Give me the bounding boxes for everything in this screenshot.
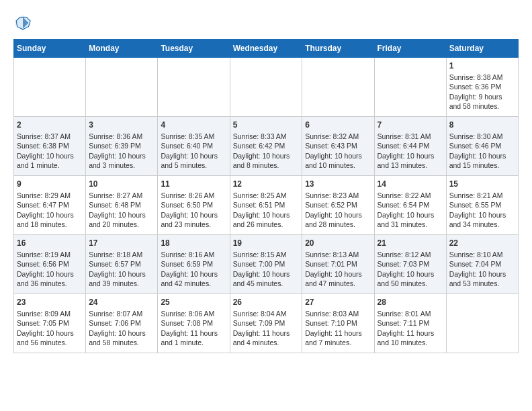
- day-number: 19: [233, 238, 300, 248]
- day-info: Sunrise: 8:18 AM Sunset: 6:57 PM Dayligh…: [89, 250, 154, 288]
- calendar-cell: 20Sunrise: 8:13 AM Sunset: 7:01 PM Dayli…: [302, 235, 374, 294]
- day-number: 14: [378, 179, 443, 189]
- day-number: 7: [378, 120, 443, 130]
- calendar-cell: 9Sunrise: 8:29 AM Sunset: 6:47 PM Daylig…: [14, 176, 86, 235]
- day-info: Sunrise: 8:03 AM Sunset: 7:10 PM Dayligh…: [305, 309, 371, 347]
- day-info: Sunrise: 8:26 AM Sunset: 6:50 PM Dayligh…: [161, 191, 226, 229]
- calendar-cell: 18Sunrise: 8:16 AM Sunset: 6:59 PM Dayli…: [158, 235, 230, 294]
- calendar-cell: 16Sunrise: 8:19 AM Sunset: 6:56 PM Dayli…: [14, 235, 86, 294]
- calendar-cell: [302, 58, 374, 117]
- day-info: Sunrise: 8:15 AM Sunset: 7:00 PM Dayligh…: [233, 250, 300, 288]
- calendar-cell: 24Sunrise: 8:07 AM Sunset: 7:06 PM Dayli…: [86, 294, 158, 353]
- calendar-cell: 1Sunrise: 8:38 AM Sunset: 6:36 PM Daylig…: [446, 58, 518, 117]
- day-info: Sunrise: 8:23 AM Sunset: 6:52 PM Dayligh…: [305, 191, 371, 229]
- day-info: Sunrise: 8:01 AM Sunset: 7:11 PM Dayligh…: [378, 309, 443, 347]
- calendar-cell: 19Sunrise: 8:15 AM Sunset: 7:00 PM Dayli…: [230, 235, 302, 294]
- day-info: Sunrise: 8:29 AM Sunset: 6:47 PM Dayligh…: [17, 191, 83, 229]
- calendar-cell: 15Sunrise: 8:21 AM Sunset: 6:55 PM Dayli…: [446, 176, 518, 235]
- calendar-cell: 26Sunrise: 8:04 AM Sunset: 7:09 PM Dayli…: [230, 294, 302, 353]
- day-info: Sunrise: 8:32 AM Sunset: 6:43 PM Dayligh…: [305, 132, 371, 170]
- day-number: 27: [305, 297, 371, 308]
- calendar-cell: 2Sunrise: 8:37 AM Sunset: 6:38 PM Daylig…: [14, 117, 86, 176]
- day-info: Sunrise: 8:38 AM Sunset: 6:36 PM Dayligh…: [449, 73, 515, 111]
- calendar-cell: 17Sunrise: 8:18 AM Sunset: 6:57 PM Dayli…: [86, 235, 158, 294]
- weekday-header-row: SundayMondayTuesdayWednesdayThursdayFrid…: [14, 40, 519, 58]
- day-number: 13: [305, 179, 371, 189]
- calendar-cell: 14Sunrise: 8:22 AM Sunset: 6:54 PM Dayli…: [374, 176, 446, 235]
- day-info: Sunrise: 8:31 AM Sunset: 6:44 PM Dayligh…: [378, 132, 443, 170]
- calendar-table: SundayMondayTuesdayWednesdayThursdayFrid…: [13, 39, 519, 353]
- day-info: Sunrise: 8:25 AM Sunset: 6:51 PM Dayligh…: [233, 191, 300, 229]
- day-info: Sunrise: 8:13 AM Sunset: 7:01 PM Dayligh…: [305, 250, 371, 288]
- day-number: 18: [161, 238, 226, 248]
- calendar-cell: 21Sunrise: 8:12 AM Sunset: 7:03 PM Dayli…: [374, 235, 446, 294]
- calendar-cell: 12Sunrise: 8:25 AM Sunset: 6:51 PM Dayli…: [230, 176, 302, 235]
- calendar-cell: 11Sunrise: 8:26 AM Sunset: 6:50 PM Dayli…: [158, 176, 230, 235]
- weekday-header-tuesday: Tuesday: [158, 40, 230, 58]
- day-number: 23: [17, 297, 83, 308]
- calendar-body: 1Sunrise: 8:38 AM Sunset: 6:36 PM Daylig…: [14, 58, 519, 353]
- day-number: 15: [449, 179, 515, 189]
- calendar-cell: [86, 58, 158, 117]
- day-info: Sunrise: 8:33 AM Sunset: 6:42 PM Dayligh…: [233, 132, 300, 170]
- day-info: Sunrise: 8:04 AM Sunset: 7:09 PM Dayligh…: [233, 309, 300, 347]
- day-info: Sunrise: 8:16 AM Sunset: 6:59 PM Dayligh…: [161, 250, 226, 288]
- calendar-week-1: 1Sunrise: 8:38 AM Sunset: 6:36 PM Daylig…: [14, 58, 519, 117]
- day-info: Sunrise: 8:19 AM Sunset: 6:56 PM Dayligh…: [17, 250, 83, 288]
- calendar-cell: 8Sunrise: 8:30 AM Sunset: 6:46 PM Daylig…: [446, 117, 518, 176]
- day-number: 11: [161, 179, 226, 189]
- calendar-cell: [230, 58, 302, 117]
- day-info: Sunrise: 8:07 AM Sunset: 7:06 PM Dayligh…: [89, 309, 154, 347]
- day-number: 24: [89, 297, 154, 308]
- calendar-cell: 25Sunrise: 8:06 AM Sunset: 7:08 PM Dayli…: [158, 294, 230, 353]
- weekday-header-sunday: Sunday: [14, 40, 86, 58]
- calendar-cell: 23Sunrise: 8:09 AM Sunset: 7:05 PM Dayli…: [14, 294, 86, 353]
- calendar-week-5: 23Sunrise: 8:09 AM Sunset: 7:05 PM Dayli…: [14, 294, 519, 353]
- day-number: 26: [233, 297, 300, 308]
- day-number: 21: [378, 238, 443, 248]
- calendar-cell: 5Sunrise: 8:33 AM Sunset: 6:42 PM Daylig…: [230, 117, 302, 176]
- calendar-week-2: 2Sunrise: 8:37 AM Sunset: 6:38 PM Daylig…: [14, 117, 519, 176]
- day-number: 22: [449, 238, 515, 248]
- calendar-cell: 4Sunrise: 8:35 AM Sunset: 6:40 PM Daylig…: [158, 117, 230, 176]
- calendar-cell: [14, 58, 86, 117]
- day-info: Sunrise: 8:06 AM Sunset: 7:08 PM Dayligh…: [161, 309, 226, 347]
- calendar-cell: [374, 58, 446, 117]
- day-info: Sunrise: 8:35 AM Sunset: 6:40 PM Dayligh…: [161, 132, 226, 170]
- calendar-cell: 7Sunrise: 8:31 AM Sunset: 6:44 PM Daylig…: [374, 117, 446, 176]
- calendar-cell: 22Sunrise: 8:10 AM Sunset: 7:04 PM Dayli…: [446, 235, 518, 294]
- day-number: 6: [305, 120, 371, 130]
- day-number: 4: [161, 120, 226, 130]
- day-info: Sunrise: 8:10 AM Sunset: 7:04 PM Dayligh…: [449, 250, 515, 288]
- calendar-cell: 10Sunrise: 8:27 AM Sunset: 6:48 PM Dayli…: [86, 176, 158, 235]
- day-number: 17: [89, 238, 154, 248]
- weekday-header-wednesday: Wednesday: [230, 40, 302, 58]
- day-info: Sunrise: 8:36 AM Sunset: 6:39 PM Dayligh…: [89, 132, 154, 170]
- weekday-header-friday: Friday: [374, 40, 446, 58]
- calendar-cell: 27Sunrise: 8:03 AM Sunset: 7:10 PM Dayli…: [302, 294, 374, 353]
- day-info: Sunrise: 8:37 AM Sunset: 6:38 PM Dayligh…: [17, 132, 83, 170]
- day-number: 3: [89, 120, 154, 130]
- day-number: 2: [17, 120, 83, 130]
- calendar-week-4: 16Sunrise: 8:19 AM Sunset: 6:56 PM Dayli…: [14, 235, 519, 294]
- day-number: 16: [17, 238, 83, 248]
- page-header: [13, 13, 519, 32]
- day-number: 28: [378, 297, 443, 308]
- day-number: 9: [17, 179, 83, 189]
- weekday-header-monday: Monday: [86, 40, 158, 58]
- day-number: 10: [89, 179, 154, 189]
- calendar-cell: [446, 294, 518, 353]
- day-number: 1: [449, 60, 515, 71]
- calendar-cell: 6Sunrise: 8:32 AM Sunset: 6:43 PM Daylig…: [302, 117, 374, 176]
- day-number: 25: [161, 297, 226, 308]
- day-number: 5: [233, 120, 300, 130]
- day-info: Sunrise: 8:09 AM Sunset: 7:05 PM Dayligh…: [17, 309, 83, 347]
- calendar-cell: 3Sunrise: 8:36 AM Sunset: 6:39 PM Daylig…: [86, 117, 158, 176]
- day-number: 12: [233, 179, 300, 189]
- weekday-header-saturday: Saturday: [446, 40, 518, 58]
- day-info: Sunrise: 8:22 AM Sunset: 6:54 PM Dayligh…: [378, 191, 443, 229]
- weekday-header-thursday: Thursday: [302, 40, 374, 58]
- calendar-week-3: 9Sunrise: 8:29 AM Sunset: 6:47 PM Daylig…: [14, 176, 519, 235]
- day-number: 8: [449, 120, 515, 130]
- calendar-cell: [158, 58, 230, 117]
